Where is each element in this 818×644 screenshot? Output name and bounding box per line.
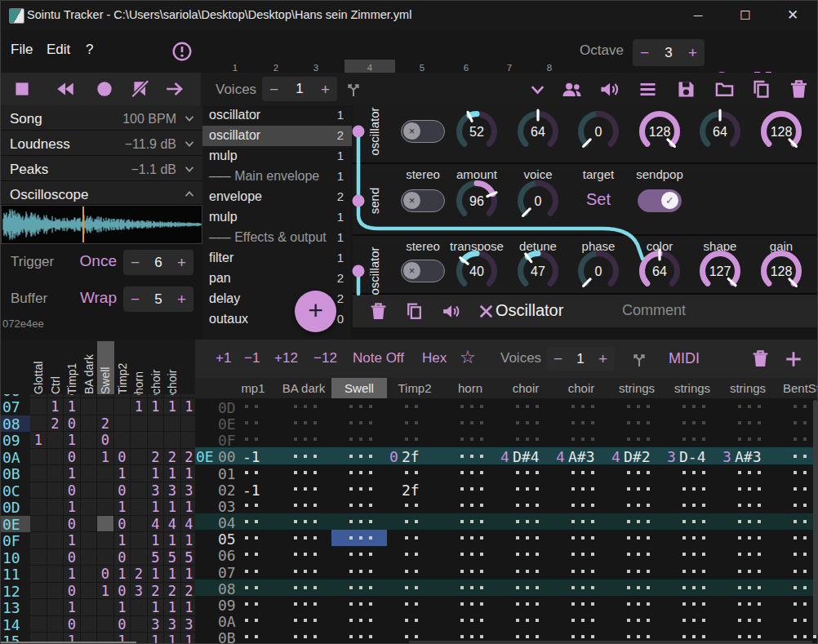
order-cell[interactable]: 0	[97, 566, 114, 583]
order-cell[interactable]	[81, 616, 98, 633]
pattern-empty-dot[interactable]	[591, 471, 594, 474]
pattern-empty-dot[interactable]	[359, 504, 362, 507]
pattern-empty-dot[interactable]	[526, 405, 529, 408]
pattern-tool-−1[interactable]: −1	[244, 350, 260, 366]
pattern-empty-dot[interactable]	[748, 619, 751, 622]
order-cell[interactable]: 2	[131, 566, 148, 583]
pattern-empty-dot[interactable]	[415, 570, 418, 573]
order-cell[interactable]	[30, 482, 47, 500]
save-icon[interactable]	[675, 78, 697, 100]
pattern-empty-dot[interactable]	[369, 570, 372, 573]
pattern-empty-dot[interactable]	[369, 504, 372, 507]
pattern-empty-dot[interactable]	[692, 570, 696, 573]
order-header-ba-dark[interactable]: BA dark	[82, 342, 96, 394]
pattern-empty-dot[interactable]	[526, 437, 529, 441]
pattern-empty-dot[interactable]	[581, 553, 585, 556]
pattern-empty-dot[interactable]	[758, 520, 761, 523]
pattern-empty-dot[interactable]	[313, 455, 317, 458]
panel-row-loudness[interactable]: Loudness−11.9 dB	[1, 131, 202, 156]
menu-icon[interactable]	[637, 78, 659, 100]
order-cell[interactable]: 1	[181, 633, 196, 644]
sendpop-toggle[interactable]: ✓	[638, 189, 682, 212]
pattern-empty-dot[interactable]	[294, 586, 297, 589]
pattern-empty-dot[interactable]	[738, 570, 741, 573]
order-cell[interactable]: 0	[114, 516, 131, 533]
order-cell[interactable]: 3	[164, 482, 181, 500]
pattern-empty-dot[interactable]	[692, 405, 696, 408]
pattern-empty-dot[interactable]	[480, 570, 483, 573]
pattern-empty-dot[interactable]	[581, 520, 585, 523]
pattern-empty-dot[interactable]	[470, 619, 473, 622]
order-cell[interactable]: 5	[164, 549, 181, 566]
pattern-empty-dot[interactable]	[526, 635, 529, 638]
order-cell[interactable]: 0	[64, 616, 81, 633]
order-cell[interactable]: 1	[114, 499, 131, 516]
order-cell[interactable]	[164, 432, 181, 449]
order-cell[interactable]	[97, 549, 114, 566]
pattern-empty-dot[interactable]	[758, 602, 761, 606]
order-cell[interactable]: 2	[47, 415, 64, 433]
order-cell[interactable]	[114, 415, 131, 433]
pattern-empty-dot[interactable]	[536, 536, 539, 540]
order-cell[interactable]	[47, 499, 64, 516]
pattern-empty-dot[interactable]	[803, 405, 807, 408]
order-cell[interactable]	[47, 449, 64, 466]
maximize-button[interactable]: ☐	[727, 1, 763, 29]
pattern-empty-dot[interactable]	[480, 455, 483, 458]
pattern-empty-dot[interactable]	[794, 405, 797, 408]
pattern-empty-dot[interactable]	[460, 635, 464, 638]
pattern-empty-dot[interactable]	[480, 619, 483, 622]
pattern-empty-dot[interactable]	[470, 635, 473, 638]
pattern-empty-dot[interactable]	[349, 504, 353, 507]
pattern-empty-dot[interactable]	[369, 619, 372, 622]
pattern-empty-dot[interactable]	[738, 619, 741, 622]
pattern-tool-hex[interactable]: Hex	[422, 350, 447, 366]
pattern-empty-dot[interactable]	[359, 471, 362, 474]
pattern-empty-dot[interactable]	[415, 405, 418, 408]
pattern-empty-dot[interactable]	[349, 405, 353, 408]
pattern-empty-dot[interactable]	[460, 520, 464, 523]
order-cell[interactable]: 1	[148, 398, 165, 415]
pattern-empty-dot[interactable]	[748, 405, 751, 408]
pattern-empty-dot[interactable]	[536, 421, 539, 424]
order-header-glottal[interactable]: Glottal	[32, 342, 45, 394]
pattern-empty-dot[interactable]	[359, 405, 362, 408]
pattern-empty-dot[interactable]	[748, 504, 751, 507]
pattern-empty-dot[interactable]	[647, 586, 650, 589]
pattern-empty-dot[interactable]	[627, 437, 630, 441]
pattern-empty-dot[interactable]	[627, 405, 630, 408]
pattern-empty-dot[interactable]	[516, 619, 519, 622]
order-cell[interactable]: 1	[114, 465, 131, 482]
pattern-empty-dot[interactable]	[480, 487, 483, 491]
order-cell[interactable]	[131, 499, 148, 516]
pattern-empty-dot[interactable]	[702, 586, 705, 589]
pattern-empty-dot[interactable]	[304, 602, 307, 606]
pattern-empty-dot[interactable]	[480, 405, 483, 408]
order-cell[interactable]	[30, 449, 47, 466]
pattern-empty-dot[interactable]	[803, 586, 807, 589]
pattern-empty-dot[interactable]	[591, 504, 594, 507]
order-cell[interactable]	[47, 516, 64, 533]
order-cell[interactable]: 1	[114, 532, 131, 549]
pattern-track-header-swell-2[interactable]: Swell	[331, 378, 387, 398]
pattern-empty-dot[interactable]	[313, 437, 317, 441]
trigger-mode[interactable]: Once	[73, 252, 117, 270]
pattern-empty-dot[interactable]	[803, 553, 807, 556]
order-cell[interactable]	[97, 532, 114, 549]
pattern-empty-dot[interactable]	[516, 520, 519, 523]
pattern-empty-dot[interactable]	[637, 421, 640, 424]
pattern-empty-dot[interactable]	[294, 570, 297, 573]
pattern-tool-−12[interactable]: −12	[313, 350, 337, 366]
send-target-value[interactable]: Set	[566, 190, 631, 209]
stepper-value-octave[interactable]: 3	[665, 45, 672, 61]
pattern-empty-dot[interactable]	[692, 504, 696, 507]
pattern-row-number[interactable]: 04	[218, 514, 241, 531]
order-cell[interactable]: 1	[164, 465, 181, 482]
pattern-empty-dot[interactable]	[304, 553, 307, 556]
pattern-empty-dot[interactable]	[702, 421, 705, 424]
speaker-icon[interactable]	[441, 301, 461, 322]
pattern-empty-dot[interactable]	[304, 437, 307, 441]
pattern-empty-dot[interactable]	[637, 487, 640, 491]
stepper-plus-pattern-voices[interactable]: +	[598, 351, 607, 366]
pattern-empty-dot[interactable]	[245, 405, 248, 408]
